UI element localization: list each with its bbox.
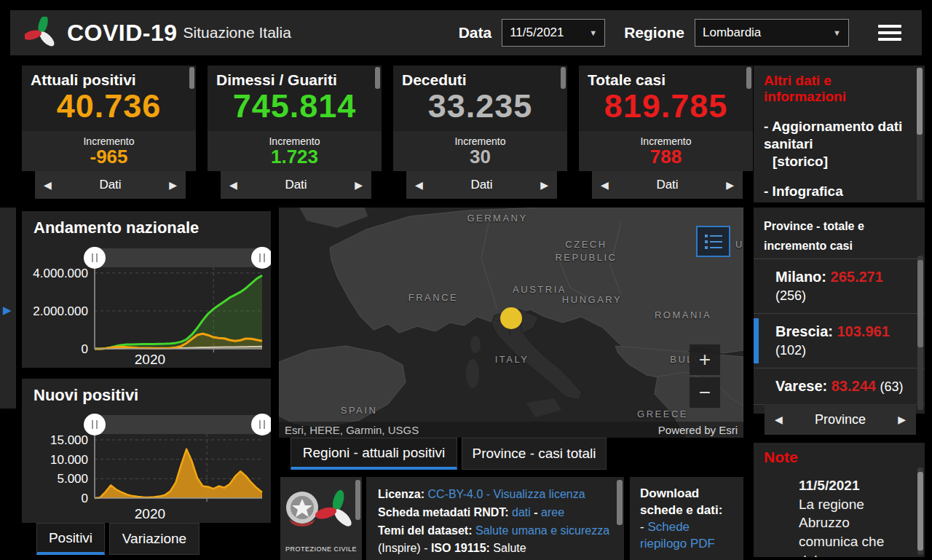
date-label: Data: [459, 24, 492, 42]
stat-card-value: 33.235: [393, 87, 567, 125]
date-select-value: 11/5/2021: [510, 25, 564, 40]
next-arrow-icon[interactable]: ▶: [726, 179, 734, 191]
altri-dati-link[interactable]: - Aggiornamento dati sanitari: [764, 118, 907, 153]
scrollbar-thumb[interactable]: [617, 480, 623, 525]
card-nav-bar: ◀ Dati ▶: [221, 171, 371, 199]
iso-line: (Inspire) - ISO 19115: Salute: [378, 540, 611, 558]
province-increment: (63): [880, 379, 903, 394]
date-select[interactable]: 11/5/2021 ▼: [502, 19, 605, 47]
powered-by-esri: Powered by Esri: [658, 424, 738, 436]
stat-card-main: Dimessi / Guariti 745.814: [208, 66, 382, 131]
tab-positivi[interactable]: Positivi: [36, 523, 105, 555]
legend-button[interactable]: [696, 226, 730, 257]
prev-arrow-icon[interactable]: ◀: [44, 179, 52, 191]
next-arrow-icon[interactable]: ▶: [898, 414, 906, 425]
stat-card-main: Deceduti 33.235: [393, 66, 567, 131]
card-nav-label: Dati: [470, 178, 492, 192]
increment-value: 30: [393, 147, 567, 166]
slider-handle-left[interactable]: [84, 414, 106, 435]
map-country-label: ITALY: [495, 354, 529, 365]
prev-arrow-icon[interactable]: ◀: [415, 179, 423, 191]
hamburger-menu-icon[interactable]: [878, 21, 901, 44]
x-axis-label: 2020: [135, 352, 165, 366]
dati-link[interactable]: dati: [512, 506, 531, 518]
tab-regioni-attuali-positivi[interactable]: Regioni - attuali positivi: [291, 438, 457, 470]
visualizza-licenza-link[interactable]: Visualizza licenza: [494, 488, 585, 500]
province-total: 83.244: [832, 378, 880, 394]
protezione-civile-seal: [283, 483, 356, 541]
andamento-chart-title: Andamento nazionale: [22, 211, 271, 237]
y-tick-label: 5.000: [57, 472, 88, 486]
map-country-label: U: [735, 239, 743, 250]
europe-map[interactable]: GERMANYCZECHREPUBLICFRANCEAUSTRIAHUNGARY…: [279, 208, 743, 438]
altri-dati-link[interactable]: [storico]: [764, 153, 907, 170]
card-scrollbar[interactable]: [375, 67, 380, 89]
stat-card-main: Totale casi 819.785: [579, 66, 753, 131]
expand-panel-arrow-icon[interactable]: ▶: [3, 304, 12, 317]
increment-value: 788: [579, 147, 753, 166]
province-row[interactable]: Varese: 83.244 (63): [754, 368, 925, 404]
y-tick-label: 0: [82, 492, 88, 505]
y-tick-label: 2.000.000: [33, 304, 88, 318]
province-row[interactable]: Milano: 265.271 (256): [754, 259, 925, 313]
license-panel: Licenza: CC-BY-4.0 - Visualizza licenza …: [366, 477, 624, 560]
page-subtitle: Situazione Italia: [183, 24, 291, 42]
note-date: 11/5/2021: [799, 476, 901, 495]
altri-dati-link[interactable]: - Infografica epidemiologica ISS: [764, 183, 907, 202]
separator: -: [531, 506, 541, 518]
scrollbar-thumb[interactable]: [917, 472, 923, 551]
note-panel: Note 11/5/2021 La regione Abruzzo comuni…: [754, 443, 925, 557]
map-zoom-in-button[interactable]: +: [690, 344, 720, 375]
tab-variazione[interactable]: Variazione: [109, 523, 200, 555]
card-scrollbar[interactable]: [561, 67, 566, 89]
next-arrow-icon[interactable]: ▶: [355, 179, 363, 191]
next-arrow-icon[interactable]: ▶: [169, 179, 177, 191]
separator: -: [483, 488, 493, 500]
scrollbar-thumb[interactable]: [917, 68, 923, 135]
province-nav-label: Province: [815, 412, 866, 427]
region-select[interactable]: Lombardia ▼: [695, 19, 849, 47]
stat-card-title: Dimessi / Guariti: [208, 67, 382, 89]
stat-card-value: 40.736: [22, 87, 196, 125]
card-scrollbar[interactable]: [189, 67, 194, 89]
download-title-line1: Download: [640, 486, 736, 502]
time-slider-track[interactable]: [95, 415, 262, 434]
card-scrollbar[interactable]: [746, 67, 751, 89]
card-nav-bar: ◀ Dati ▶: [35, 171, 186, 199]
salute-umana-link[interactable]: Salute umana e sicurezza: [475, 524, 609, 537]
map-zoom-out-button[interactable]: −: [690, 377, 720, 408]
prev-arrow-icon[interactable]: ◀: [601, 179, 609, 191]
stat-card-value: 819.785: [579, 87, 753, 125]
slider-handle-left[interactable]: [84, 247, 106, 269]
chevron-down-icon: ▼: [833, 28, 841, 37]
province-name: Milano:: [775, 269, 831, 285]
map-attribution: Esri, HERE, Garmin, USGS Powered by Esri: [279, 422, 743, 438]
schede-riepilogo-pdf-link[interactable]: Schede riepilogo PDF: [640, 520, 715, 551]
totale-casi-area: [95, 275, 262, 349]
province-list: Milano: 265.271 (256) Brescia: 103.961 (…: [754, 259, 925, 414]
region-label: Regione: [624, 24, 684, 42]
license-line: Licenza: CC-BY-4.0 - Visualizza licenza: [378, 486, 611, 504]
map-country-label: SPAIN: [341, 405, 378, 416]
time-slider-track[interactable]: [95, 248, 262, 267]
scrollbar-thumb[interactable]: [917, 260, 923, 347]
stat-card-main: Attuali positivi 40.736: [22, 66, 196, 131]
aree-link[interactable]: aree: [541, 506, 564, 518]
province-row[interactable]: Brescia: 103.961 (102): [754, 313, 925, 368]
x-axis-label: 2020: [135, 506, 165, 521]
dash: -: [640, 520, 647, 534]
region-select-value: Lombardia: [703, 25, 761, 40]
scrollbar-thumb[interactable]: [355, 480, 360, 520]
tab-province-casi-totali[interactable]: Province - casi totali: [462, 438, 607, 470]
protezione-civile-logo-icon: [25, 17, 57, 49]
prev-arrow-icon[interactable]: ◀: [775, 414, 783, 425]
altri-dati-panel: Altri dati e informazioni - Aggiornament…: [754, 66, 925, 202]
next-arrow-icon[interactable]: ▶: [540, 179, 548, 191]
cc-by-link[interactable]: CC-BY-4.0: [427, 488, 483, 500]
note-title: Note: [754, 443, 925, 466]
increment-value: 1.723: [208, 147, 382, 166]
prev-arrow-icon[interactable]: ◀: [229, 179, 237, 191]
y-tick-label: 4.000.000: [33, 267, 88, 280]
region-marker[interactable]: [500, 307, 522, 329]
download-title-line2: schede e dati:: [640, 502, 736, 519]
